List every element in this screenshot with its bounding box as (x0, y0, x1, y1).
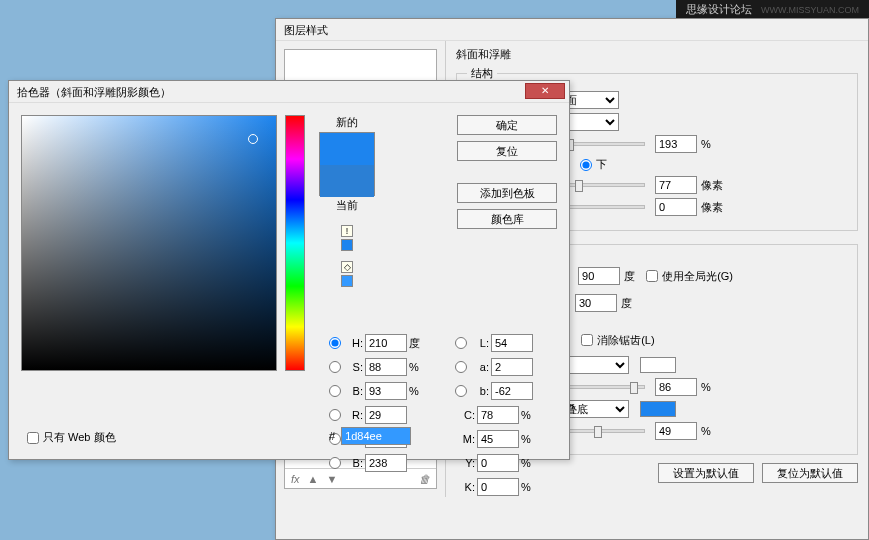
altitude-unit: 度 (621, 296, 632, 311)
angle-input[interactable] (578, 267, 620, 285)
sh-color-swatch[interactable] (640, 401, 676, 417)
r-input[interactable] (365, 406, 407, 424)
web-only-label: 只有 Web 颜色 (43, 430, 116, 445)
a-input[interactable] (491, 358, 533, 376)
altitude-input[interactable] (575, 294, 617, 312)
c-input[interactable] (477, 406, 519, 424)
l-radio[interactable] (455, 337, 467, 349)
global-light-label: 使用全局光(G) (662, 269, 733, 284)
hl-opacity-input[interactable] (655, 378, 697, 396)
bv-input[interactable] (365, 454, 407, 472)
fx-label: fx (291, 473, 300, 485)
size-input[interactable] (655, 176, 697, 194)
watermark-url: WWW.MISSYUAN.COM (761, 5, 859, 15)
close-button[interactable]: ✕ (525, 83, 565, 99)
sv-cursor-icon (248, 134, 258, 144)
k-unit: % (521, 481, 531, 493)
h-input[interactable] (365, 334, 407, 352)
soften-unit: 像素 (701, 200, 723, 215)
watermark-bar: 思缘设计论坛 WWW.MISSYUAN.COM (676, 0, 869, 18)
arrow-up-icon[interactable]: ▲ (308, 473, 319, 485)
angle-unit: 度 (624, 269, 635, 284)
b2-radio[interactable] (455, 385, 467, 397)
h-radio[interactable] (329, 337, 341, 349)
global-light-checkbox[interactable] (646, 270, 658, 282)
antialias-label: 消除锯齿(L) (597, 333, 654, 348)
b-unit: % (409, 385, 419, 397)
s-radio[interactable] (329, 361, 341, 373)
sh-opacity-unit: % (701, 425, 711, 437)
hue-slider[interactable] (285, 115, 305, 371)
b-input[interactable] (365, 382, 407, 400)
hl-opacity-unit: % (701, 381, 711, 393)
a-radio[interactable] (455, 361, 467, 373)
picker-title-text: 拾色器（斜面和浮雕阴影颜色） (17, 86, 171, 98)
warning-icon[interactable]: ! (341, 225, 353, 237)
cube-icon[interactable]: ◇ (341, 261, 353, 273)
r-radio[interactable] (329, 409, 341, 421)
saturation-value-box[interactable] (21, 115, 277, 371)
new-label: 新的 (336, 115, 358, 130)
ok-button[interactable]: 确定 (457, 115, 557, 135)
watermark-text: 思缘设计论坛 (686, 3, 752, 15)
hex-label: # (329, 430, 335, 442)
y-unit: % (521, 457, 531, 469)
size-unit: 像素 (701, 178, 723, 193)
b2-input[interactable] (491, 382, 533, 400)
warn-swatch[interactable] (341, 239, 353, 251)
web-only-checkbox[interactable] (27, 432, 39, 444)
soften-input[interactable] (655, 198, 697, 216)
add-swatch-button[interactable]: 添加到色板 (457, 183, 557, 203)
dir-down-radio[interactable] (580, 159, 592, 171)
section-title: 斜面和浮雕 (456, 47, 858, 62)
picker-title: 拾色器（斜面和浮雕阴影颜色） ✕ (9, 81, 569, 103)
hex-input[interactable] (341, 427, 411, 445)
color-preview (319, 132, 375, 196)
h-unit: 度 (409, 336, 420, 351)
layer-style-title: 图层样式 (276, 19, 868, 41)
set-default-button[interactable]: 设置为默认值 (658, 463, 754, 483)
cancel-button[interactable]: 复位 (457, 141, 557, 161)
color-picker-dialog: 拾色器（斜面和浮雕阴影颜色） ✕ 新的 当前 ! ◇ 确定 复位 添加到色板 颜… (8, 80, 570, 460)
structure-legend: 结构 (467, 66, 497, 81)
sh-opacity-input[interactable] (655, 422, 697, 440)
hl-color-swatch[interactable] (640, 357, 676, 373)
c-unit: % (521, 409, 531, 421)
m-input[interactable] (477, 430, 519, 448)
reset-default-button[interactable]: 复位为默认值 (762, 463, 858, 483)
y-input[interactable] (477, 454, 519, 472)
antialias-checkbox[interactable] (581, 334, 593, 346)
websafe-swatch[interactable] (341, 275, 353, 287)
m-unit: % (521, 433, 531, 445)
depth-input[interactable] (655, 135, 697, 153)
b-radio[interactable] (329, 385, 341, 397)
depth-unit: % (701, 138, 711, 150)
s-input[interactable] (365, 358, 407, 376)
s-unit: % (409, 361, 419, 373)
dir-down-label: 下 (596, 157, 607, 172)
current-label: 当前 (336, 198, 358, 213)
l-input[interactable] (491, 334, 533, 352)
color-library-button[interactable]: 颜色库 (457, 209, 557, 229)
k-input[interactable] (477, 478, 519, 496)
bv-radio[interactable] (329, 457, 341, 469)
